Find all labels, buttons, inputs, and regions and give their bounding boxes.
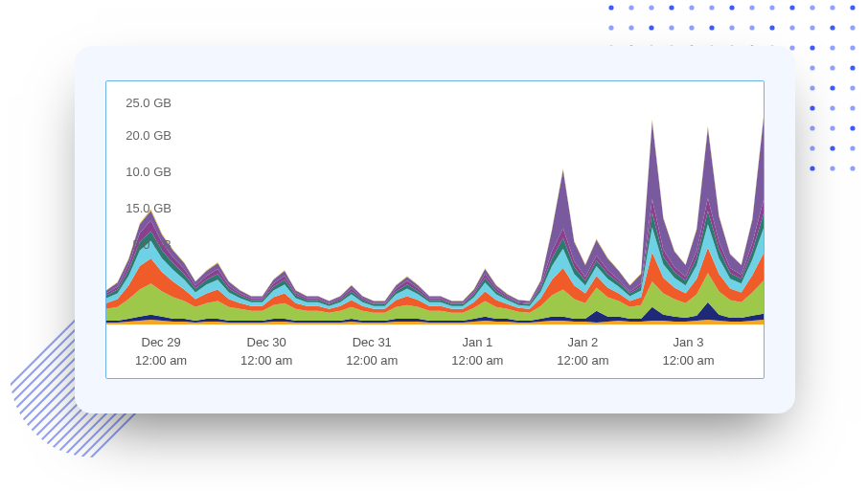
svg-point-62	[810, 85, 814, 90]
svg-point-17	[689, 25, 694, 30]
svg-point-12	[850, 5, 855, 10]
svg-point-11	[830, 5, 834, 10]
svg-point-15	[649, 25, 653, 30]
x-tick-label: Jan 212:00 am	[557, 334, 608, 370]
svg-point-88	[810, 125, 814, 130]
svg-point-18	[709, 25, 714, 30]
svg-point-64	[850, 85, 855, 90]
svg-point-37	[830, 45, 834, 50]
svg-point-35	[789, 45, 794, 50]
svg-point-16	[669, 25, 674, 30]
svg-point-5	[709, 5, 714, 10]
svg-point-50	[830, 65, 834, 70]
x-tick-label: Jan 312:00 am	[662, 334, 714, 370]
svg-point-77	[850, 105, 855, 110]
svg-point-115	[830, 166, 834, 170]
svg-point-21	[769, 25, 774, 30]
svg-point-14	[628, 25, 633, 30]
svg-point-6	[729, 5, 734, 10]
svg-point-10	[810, 5, 814, 10]
svg-point-103	[850, 145, 855, 150]
svg-point-1	[628, 5, 633, 10]
x-tick-label: Dec 3112:00 am	[346, 334, 398, 370]
x-tick-label: Dec 2912:00 am	[135, 334, 187, 370]
svg-point-24	[830, 25, 834, 30]
svg-point-0	[608, 5, 613, 10]
chart-frame[interactable]: 5.0 GB10.0 GB15.0 GB20.0 GB25.0 GB Dec 2…	[105, 80, 765, 379]
svg-point-22	[789, 25, 794, 30]
svg-point-63	[830, 85, 834, 90]
x-axis: Dec 2912:00 amDec 3012:00 amDec 3112:00 …	[106, 324, 764, 378]
y-tick-label: 5.0 GB	[133, 237, 171, 252]
y-tick-label: 25.0 GB	[126, 96, 171, 110]
svg-point-7	[749, 5, 754, 10]
plot-area	[106, 81, 764, 324]
svg-point-2	[649, 5, 653, 10]
svg-point-101	[810, 145, 814, 150]
svg-point-89	[830, 125, 834, 130]
svg-point-4	[689, 5, 694, 10]
svg-point-25	[850, 25, 855, 30]
y-tick-label: 20.0 GB	[126, 128, 171, 143]
svg-point-76	[830, 105, 834, 110]
y-tick-label: 10.0 GB	[126, 165, 171, 179]
chart-card: 5.0 GB10.0 GB15.0 GB20.0 GB25.0 GB Dec 2…	[75, 46, 795, 413]
svg-point-13	[608, 25, 613, 30]
svg-point-9	[789, 5, 794, 10]
svg-point-8	[769, 5, 774, 10]
y-tick-label: 15.0 GB	[126, 201, 171, 215]
svg-point-23	[810, 25, 814, 30]
x-tick-label: Jan 112:00 am	[451, 334, 503, 370]
svg-point-75	[810, 105, 814, 110]
svg-point-114	[810, 166, 814, 170]
svg-point-36	[810, 45, 814, 50]
svg-point-90	[850, 125, 855, 130]
svg-point-3	[669, 5, 674, 10]
svg-point-38	[850, 45, 855, 50]
svg-point-19	[729, 25, 734, 30]
svg-point-102	[830, 145, 834, 150]
x-tick-label: Dec 3012:00 am	[240, 334, 292, 370]
svg-point-20	[749, 25, 754, 30]
svg-point-116	[850, 166, 855, 170]
svg-point-51	[850, 65, 855, 70]
svg-point-49	[810, 65, 814, 70]
